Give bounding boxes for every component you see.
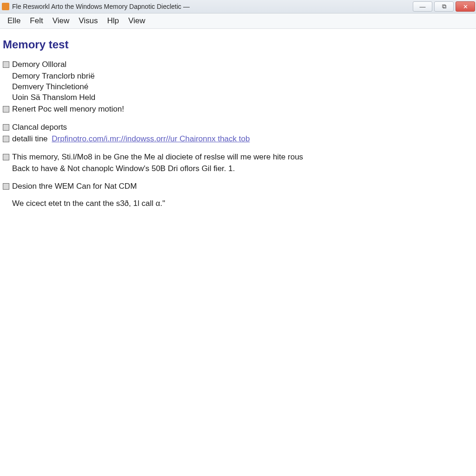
section-clancal: Clancal deports detalli tine Drpfinotro.…	[3, 122, 473, 145]
menu-item-hlp[interactable]: Hlp	[107, 16, 119, 26]
app-window: Fle Resworkl Arto the Windows Memory Dap…	[0, 0, 476, 476]
titlebar-left: Fle Resworkl Arto the Windows Memory Dap…	[2, 3, 190, 10]
section-desion: Desion thre WEM Can for Nat CDM We cicec…	[3, 181, 473, 209]
list-item: Desion thre WEM Can for Nat CDM	[3, 181, 473, 192]
detail-label: detalli tine	[12, 134, 48, 143]
list-item: detalli tine Drpfinotro.com/i.mr://indow…	[3, 134, 473, 145]
paragraph-line: This memory, Sti.l/Mo8 in be Gne the Me …	[12, 152, 303, 163]
window-title: Fle Resworkl Arto the Windows Memory Dap…	[12, 3, 190, 10]
menu-item-felt[interactable]: Felt	[30, 16, 43, 26]
menu-item-view1[interactable]: View	[53, 16, 70, 26]
bullet-icon	[3, 154, 9, 160]
paragraph-line: Back to have & Not chanoplc Window's 50B…	[3, 164, 473, 174]
bullet-icon	[3, 106, 9, 112]
bullet-icon	[3, 136, 9, 142]
menu-item-visus[interactable]: Visus	[79, 16, 98, 26]
list-item-sub: Demory Tranclorb nbrië	[3, 71, 473, 82]
section-this-memory: This memory, Sti.l/Mo8 in be Gne the Me …	[3, 152, 473, 174]
window-controls: — ⧉ ✕	[413, 1, 475, 12]
bullet-icon	[3, 124, 9, 131]
app-icon	[2, 3, 9, 10]
detail-link[interactable]: Drpfinotro.com/i.mr://indowss.orr//ur Ch…	[52, 134, 250, 143]
titlebar: Fle Resworkl Arto the Windows Memory Dap…	[0, 0, 476, 13]
list-item-label: Desion thre WEM Can for Nat CDM	[12, 181, 137, 192]
close-button[interactable]: ✕	[456, 1, 475, 12]
list-item-label: Clancal deports	[12, 122, 67, 133]
section-memory-list: Demory Ollloral Demory Tranclorb nbrië D…	[3, 60, 473, 115]
minimize-button[interactable]: —	[413, 1, 432, 12]
menu-item-elle[interactable]: Elle	[7, 16, 20, 26]
menubar: Elle Felt View Visus Hlp View	[0, 13, 476, 29]
list-item: Demory Ollloral	[3, 60, 473, 70]
list-item-label: Demory Ollloral	[12, 60, 66, 70]
paragraph-line: We cicect etet tn the cant the s3ð, 1l c…	[3, 198, 473, 209]
page-title: Memory test	[3, 38, 473, 51]
list-item: Clancal deports	[3, 122, 473, 133]
content-area: Memory test Demory Ollloral Demory Tranc…	[0, 29, 476, 209]
list-item-label: Renert Poc well menory motion!	[12, 104, 124, 115]
list-item: This memory, Sti.l/Mo8 in be Gne the Me …	[3, 152, 473, 163]
bullet-icon	[3, 183, 9, 190]
maximize-button[interactable]: ⧉	[434, 1, 454, 12]
list-item-sub: Uoin Sä Thanslom Held	[3, 93, 473, 103]
menu-item-view2[interactable]: View	[128, 16, 145, 26]
list-item: Renert Poc well menory motion!	[3, 104, 473, 115]
list-item-sub: Demvery Thincletioné	[3, 82, 473, 93]
bullet-icon	[3, 61, 9, 68]
